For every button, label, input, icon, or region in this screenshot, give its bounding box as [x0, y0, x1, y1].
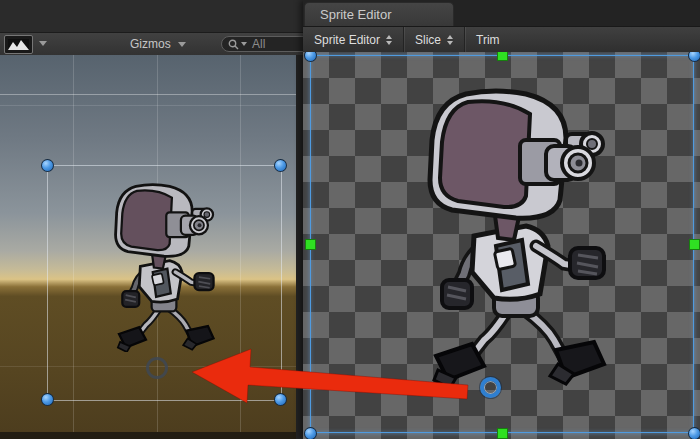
- tab-sprite-editor[interactable]: Sprite Editor: [304, 2, 454, 26]
- scene-effects-dropdown-button[interactable]: [35, 35, 50, 52]
- scene-viewport[interactable]: [0, 55, 296, 432]
- sprite-editor-toolbar: Sprite Editor Slice Trim: [303, 27, 700, 53]
- sprite-bounds-rect: [310, 55, 694, 433]
- editor-pivot-indicator[interactable]: [480, 377, 501, 398]
- scene-view-panel: Gizmos All: [0, 0, 303, 439]
- gizmos-dropdown[interactable]: Gizmos: [130, 35, 186, 53]
- sprite-editor-menu-button[interactable]: Sprite Editor: [303, 27, 403, 52]
- editor-handle-bottom-center[interactable]: [497, 428, 508, 439]
- editor-handle-left-middle[interactable]: [305, 239, 316, 250]
- scene-handle-top-right[interactable]: [274, 159, 287, 172]
- search-value: All: [252, 37, 265, 51]
- search-icon: [228, 39, 239, 50]
- image-thumbnail-icon: [8, 39, 29, 50]
- chevron-down-icon: [39, 41, 47, 46]
- search-filter-chevron-icon: [241, 42, 247, 46]
- scene-toolbar: Gizmos All: [0, 33, 303, 55]
- trim-button[interactable]: Trim: [465, 27, 511, 52]
- sprite-editor-window: Sprite Editor Sprite Editor Slice Trim: [303, 0, 700, 439]
- tab-label: Sprite Editor: [320, 7, 392, 22]
- grid-line: [0, 105, 296, 106]
- scene-tab-strip: [0, 0, 303, 33]
- scene-effects-button[interactable]: [4, 35, 33, 54]
- sprite-editor-tabbar: Sprite Editor: [303, 0, 700, 27]
- editor-handle-bottom-left[interactable]: [304, 427, 317, 439]
- grid-line: [0, 94, 296, 95]
- chevron-down-icon: [178, 42, 186, 47]
- editor-handle-top-right[interactable]: [688, 52, 700, 62]
- gizmos-label: Gizmos: [130, 37, 171, 51]
- scene-bottom-edge: [0, 432, 296, 439]
- up-down-arrows-icon: [386, 35, 392, 45]
- up-down-arrows-icon: [447, 35, 453, 45]
- editor-handle-bottom-right[interactable]: [688, 427, 700, 439]
- scene-handle-bottom-right[interactable]: [274, 393, 287, 406]
- scene-handle-top-left[interactable]: [41, 159, 54, 172]
- sprite-editor-menu-label: Sprite Editor: [314, 33, 380, 47]
- slice-menu-button[interactable]: Slice: [404, 27, 464, 52]
- scene-pivot-indicator[interactable]: [146, 357, 168, 379]
- trim-button-label: Trim: [476, 33, 500, 47]
- editor-handle-top-center[interactable]: [497, 52, 508, 61]
- unity-editor: Gizmos All: [0, 0, 700, 439]
- editor-handle-right-middle[interactable]: [689, 239, 700, 250]
- scene-handle-bottom-left[interactable]: [41, 393, 54, 406]
- sprite-editor-canvas[interactable]: [303, 52, 700, 439]
- slice-menu-label: Slice: [415, 33, 441, 47]
